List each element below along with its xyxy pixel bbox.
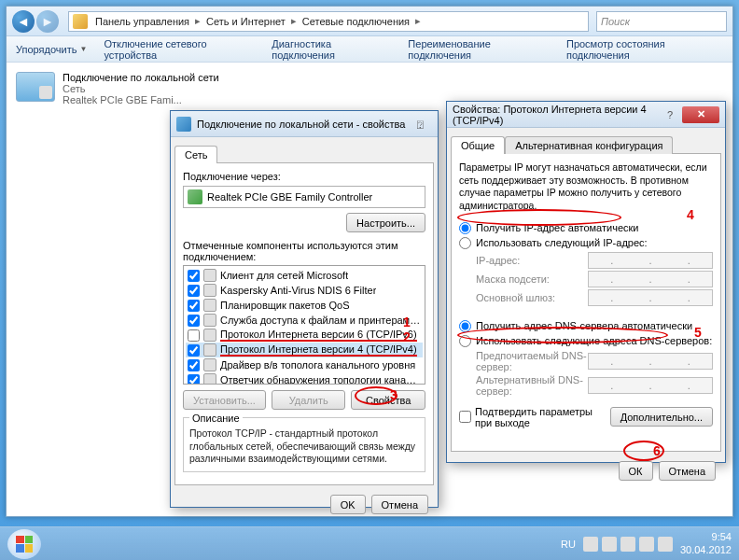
cancel-button[interactable]: Отмена	[659, 461, 716, 481]
organize-menu[interactable]: Упорядочить▼	[16, 44, 87, 55]
description-title: Описание	[189, 413, 243, 424]
tray-icon[interactable]	[602, 537, 617, 552]
rename-button[interactable]: Переименование подключения	[408, 38, 550, 61]
folder-icon	[73, 14, 88, 29]
tray-icon[interactable]	[639, 537, 654, 552]
component-checkbox[interactable]	[188, 344, 200, 357]
taskbar: RU 9:54 30.04.2012	[0, 526, 739, 560]
component-item[interactable]: Драйвер в/в тополога канального уровня	[186, 357, 423, 372]
time: 9:54	[680, 531, 732, 543]
component-checkbox[interactable]	[188, 315, 200, 327]
tray-icon[interactable]	[658, 537, 673, 552]
help-button[interactable]: ?	[660, 106, 680, 123]
protocol-icon	[203, 343, 216, 357]
search-input[interactable]: Поиск	[596, 11, 727, 32]
windows-logo-icon	[16, 536, 33, 553]
ip-auto-radio[interactable]	[459, 222, 471, 234]
close-button[interactable]: ✕	[682, 106, 719, 123]
view-status-button[interactable]: Просмотр состояния подключения	[566, 38, 723, 61]
clock[interactable]: 9:54 30.04.2012	[680, 531, 732, 555]
confirm-exit-checkbox[interactable]	[459, 411, 471, 423]
component-checkbox[interactable]	[188, 359, 200, 371]
breadcrumb[interactable]: Сеть и Интернет	[202, 16, 289, 27]
component-item[interactable]: Служба доступа к файлам и принтерам сете…	[186, 313, 423, 328]
cancel-button[interactable]: Отмена	[371, 495, 428, 514]
component-item-ipv4[interactable]: Протокол Интернета версии 4 (TCP/IPv4)	[186, 343, 423, 357]
dns-auto-radio[interactable]	[459, 320, 471, 332]
tray-icon[interactable]	[583, 537, 598, 552]
diagnose-button[interactable]: Диагностика подключения	[272, 38, 391, 61]
confirm-exit-label: Подтвердить параметры при выходе	[475, 406, 610, 428]
breadcrumb[interactable]: Сетевые подключения	[299, 16, 413, 27]
components-label: Отмеченные компоненты используются этим …	[183, 240, 425, 262]
component-item[interactable]: Клиент для сетей Microsoft	[186, 268, 423, 283]
filter-icon	[203, 284, 216, 297]
ok-button[interactable]: ОК	[619, 461, 653, 481]
dns-alt-input: ...	[588, 377, 713, 394]
install-button[interactable]: Установить...	[183, 390, 266, 410]
help-button[interactable]: ⍰	[410, 116, 430, 133]
date: 30.04.2012	[680, 544, 732, 556]
qos-icon	[203, 299, 216, 312]
component-item[interactable]: Ответчик обнаружения топологии канальног…	[186, 372, 423, 385]
ip-address-label: IP-адрес:	[476, 255, 588, 266]
component-item-ipv6[interactable]: Протокол Интернета версии 6 (TCP/IPv6)	[186, 328, 423, 343]
subnet-mask-input: ...	[588, 271, 713, 287]
tab-alt-config[interactable]: Альтернативная конфигурация	[505, 136, 673, 154]
connection-adapter: Realtek PCIe GBE Fami...	[63, 94, 219, 105]
components-list[interactable]: Клиент для сетей Microsoft Kaspersky Ant…	[183, 265, 425, 385]
ip-auto-label: Получить IP-адрес автоматически	[476, 222, 638, 233]
tab-general[interactable]: Общие	[451, 136, 505, 154]
advanced-button[interactable]: Дополнительно...	[610, 407, 713, 427]
component-checkbox[interactable]	[188, 374, 200, 385]
dns-manual-radio[interactable]	[459, 335, 471, 347]
dialog-titlebar[interactable]: Свойства: Протокол Интернета версии 4 (T…	[447, 102, 725, 128]
component-item[interactable]: Kaspersky Anti-Virus NDIS 6 Filter	[186, 283, 423, 298]
address-bar[interactable]: Панель управления▸ Сеть и Интернет▸ Сете…	[68, 11, 589, 32]
system-tray: RU 9:54 30.04.2012	[561, 531, 732, 555]
dialog-title: Подключение по локальной сети - свойства	[197, 119, 410, 130]
component-checkbox[interactable]	[188, 285, 200, 297]
dns-auto-label: Получить адрес DNS-сервера автоматически	[476, 320, 692, 331]
explorer-header: ◄ ► Панель управления▸ Сеть и Интернет▸ …	[7, 7, 732, 36]
tray-icon[interactable]	[620, 537, 635, 552]
dns-manual-label: Использовать следующие адреса DNS-сервер…	[476, 335, 712, 346]
network-adapter-icon	[16, 72, 55, 102]
connection-title: Подключение по локальной сети	[63, 72, 219, 83]
breadcrumb[interactable]: Панель управления	[91, 16, 193, 27]
gateway-label: Основной шлюз:	[476, 292, 588, 303]
ip-manual-label: Использовать следующий IP-адрес:	[476, 237, 648, 248]
tab-network[interactable]: Сеть	[174, 146, 217, 163]
disable-device-button[interactable]: Отключение сетевого устройства	[104, 38, 255, 61]
dns-preferred-label: Предпочитаемый DNS-сервер:	[476, 350, 588, 372]
component-checkbox[interactable]	[188, 329, 200, 342]
dns-preferred-input: ...	[588, 353, 713, 370]
properties-button[interactable]: Свойства	[351, 390, 425, 410]
component-checkbox[interactable]	[188, 270, 200, 282]
adapter-icon	[188, 189, 202, 204]
gateway-input: ...	[588, 289, 713, 306]
service-icon	[203, 314, 216, 327]
ip-manual-radio[interactable]	[459, 237, 471, 249]
connection-network: Сеть	[63, 83, 219, 94]
adapter-field: Realtek PCIe GBE Family Controller	[183, 186, 425, 208]
nav-back-button[interactable]: ◄	[12, 10, 35, 33]
nav-forward-button[interactable]: ►	[36, 10, 59, 33]
component-checkbox[interactable]	[188, 300, 200, 312]
remove-button[interactable]: Удалить	[272, 390, 346, 410]
explorer-toolbar: Упорядочить▼ Отключение сетевого устройс…	[7, 36, 732, 63]
start-button[interactable]	[7, 529, 41, 559]
language-indicator[interactable]: RU	[561, 539, 576, 550]
dns-alt-label: Альтернативный DNS-сервер:	[476, 374, 588, 397]
adapter-name: Realtek PCIe GBE Family Controller	[207, 191, 372, 203]
component-item[interactable]: Планировщик пакетов QoS	[186, 298, 423, 313]
dialog-icon	[176, 117, 191, 132]
ip-address-input: ...	[588, 252, 713, 269]
description-group: Описание Протокол TCP/IP - стандартный п…	[183, 417, 425, 472]
description-text: Протокол TCP/IP - стандартный протокол г…	[189, 427, 419, 466]
configure-button[interactable]: Настроить...	[346, 213, 425, 232]
connection-properties-dialog: Подключение по локальной сети - свойства…	[170, 110, 439, 508]
dialog-titlebar[interactable]: Подключение по локальной сети - свойства…	[171, 111, 438, 137]
driver-icon	[203, 358, 216, 371]
ok-button[interactable]: OK	[330, 495, 366, 514]
